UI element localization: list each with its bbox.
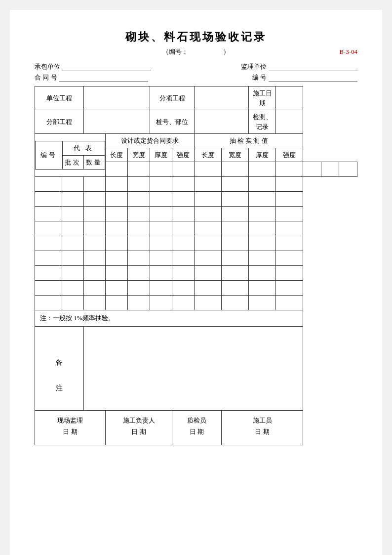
document-code: B-3-04 bbox=[339, 48, 357, 56]
data-row-8 bbox=[35, 266, 357, 281]
dr1-ds bbox=[249, 162, 276, 177]
hdr-d-str: 强度 bbox=[172, 148, 195, 162]
unit-lbl: 单位工程 bbox=[35, 86, 84, 110]
subtitle-row: （编号： ） B-3-04 bbox=[35, 47, 357, 56]
data-row-5 bbox=[35, 221, 357, 236]
remarks-label-cell: 备 注 bbox=[35, 326, 84, 410]
dr1-qty bbox=[150, 162, 172, 177]
row-unit-project: 单位工程 分项工程 施工日期 bbox=[35, 86, 357, 110]
page: 砌块、料石现场验收记录 （编号： ） B-3-04 承包单位 监理单位 合 同 … bbox=[10, 10, 382, 555]
hdr-m-thk: 厚度 bbox=[249, 148, 276, 162]
data-row-9 bbox=[35, 281, 357, 296]
data-row-3 bbox=[35, 192, 357, 207]
data-row-2 bbox=[35, 177, 357, 192]
number-line bbox=[269, 73, 357, 82]
row-note: 注：一般按 1%频率抽验。 bbox=[35, 310, 357, 327]
unit-val bbox=[84, 86, 150, 110]
site-supervisor-cell: 现场监理 日 期 bbox=[35, 410, 106, 445]
hdr-d-wid: 宽度 bbox=[128, 148, 150, 162]
dr1-ms bbox=[339, 162, 357, 177]
design-group-cell: 设计或定货合同要求 bbox=[106, 134, 195, 148]
construction-worker-cell: 施工员 日 期 bbox=[222, 410, 303, 445]
contractor-line bbox=[62, 62, 151, 71]
hdr-d-len: 长度 bbox=[106, 148, 128, 162]
data-row-10 bbox=[35, 296, 357, 310]
drec-lbl: 检测、记录 bbox=[249, 110, 276, 134]
sample-group-cell: 编号 代 表 批次 数量 bbox=[35, 134, 106, 177]
contractor-field: 承包单位 bbox=[35, 62, 151, 71]
dr1-ml bbox=[276, 162, 303, 177]
number-field: 编 号 bbox=[252, 73, 357, 82]
pile-lbl: 桩号、部位 bbox=[150, 110, 195, 134]
construction-head-cell: 施工负责人 日 期 bbox=[106, 410, 172, 445]
quality-inspector-cell: 质检员 日 期 bbox=[172, 410, 222, 445]
dr1-mt bbox=[321, 162, 339, 177]
drec-val bbox=[276, 110, 303, 134]
dr1-dl bbox=[172, 162, 195, 177]
dr1-batch bbox=[128, 162, 150, 177]
row-footer: 现场监理 日 期 施工负责人 日 期 质检员 日 期 施工员 日 期 bbox=[35, 410, 357, 445]
hdr-d-thk: 厚度 bbox=[150, 148, 172, 162]
branch-lbl: 分部工程 bbox=[35, 110, 84, 134]
final-main-table: 单位工程 分项工程 施工日期 分部工程 桩号、部位 检测、记录 编号 代 表 bbox=[35, 86, 357, 445]
info-row-2: 合 同 号 编 号 bbox=[35, 73, 357, 82]
subtitle-text: （编号： ） bbox=[162, 47, 230, 56]
info-row-1: 承包单位 监理单位 bbox=[35, 62, 357, 71]
dr1-dt bbox=[222, 162, 249, 177]
dr1-num bbox=[106, 162, 128, 177]
data-row-7 bbox=[35, 251, 357, 266]
page-title: 砌块、料石现场验收记录 bbox=[35, 30, 357, 44]
subproj-lbl: 分项工程 bbox=[150, 86, 195, 110]
data-row-4 bbox=[35, 207, 357, 221]
branch-val bbox=[84, 110, 150, 134]
hdr-m-wid: 宽度 bbox=[222, 148, 249, 162]
hdr-m-len: 长度 bbox=[195, 148, 222, 162]
cdate-val bbox=[276, 86, 303, 110]
supervisor-field: 监理单位 bbox=[241, 62, 357, 71]
row-group-hdr: 编号 代 表 批次 数量 设计或定货合同要求 抽 检 实 测 值 bbox=[35, 134, 357, 148]
measured-group-cell: 抽 检 实 测 值 bbox=[195, 134, 303, 148]
contract-line bbox=[59, 73, 148, 82]
data-row-6 bbox=[35, 236, 357, 251]
contract-field: 合 同 号 bbox=[35, 73, 148, 82]
hdr-m-str: 强度 bbox=[276, 148, 303, 162]
supervisor-line bbox=[269, 62, 357, 71]
pile-val bbox=[195, 110, 249, 134]
note-cell: 注：一般按 1%频率抽验。 bbox=[35, 310, 303, 327]
subproj-val bbox=[195, 86, 249, 110]
row-branch-project: 分部工程 桩号、部位 检测、记录 bbox=[35, 110, 357, 134]
cdate-lbl: 施工日期 bbox=[249, 86, 276, 110]
remarks-value-cell bbox=[84, 326, 303, 410]
row-remarks: 备 注 bbox=[35, 326, 357, 410]
dr1-dw bbox=[195, 162, 222, 177]
dr1-mw bbox=[303, 162, 321, 177]
